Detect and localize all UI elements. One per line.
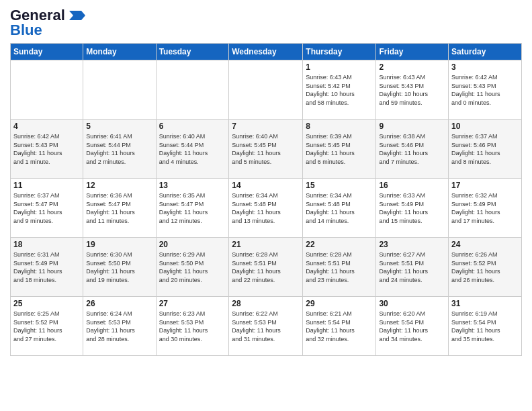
day-number: 11 <box>13 181 80 190</box>
day-number: 28 <box>232 299 300 308</box>
day-number: 26 <box>86 299 152 308</box>
calendar-body: 1Sunrise: 6:43 AM Sunset: 5:42 PM Daylig… <box>11 60 522 356</box>
calendar-cell: 22Sunrise: 6:28 AM Sunset: 5:51 PM Dayli… <box>303 238 376 297</box>
calendar-week-3: 11Sunrise: 6:37 AM Sunset: 5:47 PM Dayli… <box>11 179 522 238</box>
calendar-week-4: 18Sunrise: 6:31 AM Sunset: 5:49 PM Dayli… <box>11 238 522 297</box>
day-number: 4 <box>13 122 80 131</box>
calendar-cell: 28Sunrise: 6:22 AM Sunset: 5:53 PM Dayli… <box>229 297 303 356</box>
col-thursday: Thursday <box>303 44 376 60</box>
day-number: 21 <box>232 240 300 249</box>
calendar-cell: 5Sunrise: 6:41 AM Sunset: 5:44 PM Daylig… <box>83 120 156 179</box>
calendar-cell: 27Sunrise: 6:23 AM Sunset: 5:53 PM Dayli… <box>156 297 229 356</box>
calendar-table: Sunday Monday Tuesday Wednesday Thursday… <box>10 43 522 356</box>
calendar-cell: 15Sunrise: 6:34 AM Sunset: 5:48 PM Dayli… <box>303 179 376 238</box>
col-monday: Monday <box>83 44 156 60</box>
day-info: Sunrise: 6:42 AM Sunset: 5:43 PM Dayligh… <box>451 73 519 107</box>
day-number: 7 <box>232 122 300 131</box>
col-tuesday: Tuesday <box>156 44 229 60</box>
calendar-header-row: Sunday Monday Tuesday Wednesday Thursday… <box>11 44 522 60</box>
day-number: 13 <box>159 181 226 190</box>
calendar-cell <box>156 60 229 120</box>
day-info: Sunrise: 6:43 AM Sunset: 5:43 PM Dayligh… <box>379 73 445 107</box>
day-info: Sunrise: 6:40 AM Sunset: 5:44 PM Dayligh… <box>159 132 226 166</box>
day-number: 8 <box>306 122 373 131</box>
calendar-cell <box>11 60 83 120</box>
calendar-cell: 13Sunrise: 6:35 AM Sunset: 5:47 PM Dayli… <box>156 179 229 238</box>
day-info: Sunrise: 6:36 AM Sunset: 5:47 PM Dayligh… <box>86 191 152 225</box>
col-wednesday: Wednesday <box>229 44 303 60</box>
col-friday: Friday <box>376 44 449 60</box>
logo-blue: Blue <box>10 21 42 39</box>
calendar-cell: 18Sunrise: 6:31 AM Sunset: 5:49 PM Dayli… <box>11 238 83 297</box>
calendar-cell: 30Sunrise: 6:20 AM Sunset: 5:54 PM Dayli… <box>376 297 449 356</box>
day-info: Sunrise: 6:23 AM Sunset: 5:53 PM Dayligh… <box>159 310 226 343</box>
day-number: 30 <box>379 299 445 308</box>
calendar-cell: 16Sunrise: 6:33 AM Sunset: 5:49 PM Dayli… <box>376 179 449 238</box>
day-info: Sunrise: 6:40 AM Sunset: 5:45 PM Dayligh… <box>232 132 300 166</box>
day-info: Sunrise: 6:28 AM Sunset: 5:51 PM Dayligh… <box>232 250 300 284</box>
day-info: Sunrise: 6:19 AM Sunset: 5:54 PM Dayligh… <box>451 310 519 343</box>
col-saturday: Saturday <box>449 44 522 60</box>
day-info: Sunrise: 6:20 AM Sunset: 5:54 PM Dayligh… <box>379 310 445 343</box>
day-info: Sunrise: 6:34 AM Sunset: 5:48 PM Dayligh… <box>306 191 373 225</box>
day-number: 10 <box>451 122 519 131</box>
calendar-cell: 25Sunrise: 6:25 AM Sunset: 5:52 PM Dayli… <box>11 297 83 356</box>
calendar-cell: 2Sunrise: 6:43 AM Sunset: 5:43 PM Daylig… <box>376 60 449 120</box>
calendar-cell <box>83 60 156 120</box>
day-number: 14 <box>232 181 300 190</box>
day-number: 29 <box>306 299 373 308</box>
day-info: Sunrise: 6:37 AM Sunset: 5:47 PM Dayligh… <box>13 191 80 225</box>
col-sunday: Sunday <box>11 44 83 60</box>
calendar-cell: 7Sunrise: 6:40 AM Sunset: 5:45 PM Daylig… <box>229 120 303 179</box>
calendar-cell: 9Sunrise: 6:38 AM Sunset: 5:46 PM Daylig… <box>376 120 449 179</box>
svg-marker-0 <box>69 11 85 20</box>
calendar-cell: 23Sunrise: 6:27 AM Sunset: 5:51 PM Dayli… <box>376 238 449 297</box>
day-info: Sunrise: 6:25 AM Sunset: 5:52 PM Dayligh… <box>13 310 80 343</box>
calendar-cell: 3Sunrise: 6:42 AM Sunset: 5:43 PM Daylig… <box>449 60 522 120</box>
day-number: 31 <box>451 299 519 308</box>
day-info: Sunrise: 6:32 AM Sunset: 5:49 PM Dayligh… <box>451 191 519 225</box>
day-number: 17 <box>451 181 519 190</box>
day-number: 1 <box>306 62 373 72</box>
day-number: 23 <box>379 240 445 249</box>
day-number: 2 <box>379 62 445 72</box>
day-info: Sunrise: 6:34 AM Sunset: 5:48 PM Dayligh… <box>232 191 300 225</box>
day-info: Sunrise: 6:38 AM Sunset: 5:46 PM Dayligh… <box>379 132 445 166</box>
calendar-cell: 6Sunrise: 6:40 AM Sunset: 5:44 PM Daylig… <box>156 120 229 179</box>
day-info: Sunrise: 6:43 AM Sunset: 5:42 PM Dayligh… <box>306 73 373 107</box>
calendar-cell: 11Sunrise: 6:37 AM Sunset: 5:47 PM Dayli… <box>11 179 83 238</box>
day-number: 3 <box>451 62 519 72</box>
day-info: Sunrise: 6:41 AM Sunset: 5:44 PM Dayligh… <box>86 132 152 166</box>
calendar-cell: 8Sunrise: 6:39 AM Sunset: 5:45 PM Daylig… <box>303 120 376 179</box>
calendar-cell <box>229 60 303 120</box>
calendar-cell: 4Sunrise: 6:42 AM Sunset: 5:43 PM Daylig… <box>11 120 83 179</box>
calendar-cell: 14Sunrise: 6:34 AM Sunset: 5:48 PM Dayli… <box>229 179 303 238</box>
day-number: 19 <box>86 240 152 249</box>
day-number: 27 <box>159 299 226 308</box>
calendar-cell: 24Sunrise: 6:26 AM Sunset: 5:52 PM Dayli… <box>449 238 522 297</box>
calendar-cell: 1Sunrise: 6:43 AM Sunset: 5:42 PM Daylig… <box>303 60 376 120</box>
day-info: Sunrise: 6:37 AM Sunset: 5:46 PM Dayligh… <box>451 132 519 166</box>
day-info: Sunrise: 6:22 AM Sunset: 5:53 PM Dayligh… <box>232 310 300 343</box>
calendar-week-5: 25Sunrise: 6:25 AM Sunset: 5:52 PM Dayli… <box>11 297 522 356</box>
logo-arrow-icon <box>66 9 85 21</box>
day-number: 12 <box>86 181 152 190</box>
main-container: General Blue Sunday Monday Tuesday Wedne… <box>0 0 532 359</box>
day-number: 16 <box>379 181 445 190</box>
calendar-cell: 17Sunrise: 6:32 AM Sunset: 5:49 PM Dayli… <box>449 179 522 238</box>
day-info: Sunrise: 6:24 AM Sunset: 5:53 PM Dayligh… <box>86 310 152 343</box>
calendar-cell: 29Sunrise: 6:21 AM Sunset: 5:54 PM Dayli… <box>303 297 376 356</box>
calendar-cell: 21Sunrise: 6:28 AM Sunset: 5:51 PM Dayli… <box>229 238 303 297</box>
calendar-cell: 26Sunrise: 6:24 AM Sunset: 5:53 PM Dayli… <box>83 297 156 356</box>
day-info: Sunrise: 6:28 AM Sunset: 5:51 PM Dayligh… <box>306 250 373 284</box>
day-info: Sunrise: 6:29 AM Sunset: 5:50 PM Dayligh… <box>159 250 226 284</box>
day-number: 22 <box>306 240 373 249</box>
day-info: Sunrise: 6:42 AM Sunset: 5:43 PM Dayligh… <box>13 132 80 166</box>
day-info: Sunrise: 6:35 AM Sunset: 5:47 PM Dayligh… <box>159 191 226 225</box>
day-info: Sunrise: 6:26 AM Sunset: 5:52 PM Dayligh… <box>451 250 519 284</box>
day-info: Sunrise: 6:30 AM Sunset: 5:50 PM Dayligh… <box>86 250 152 284</box>
logo: General Blue <box>10 7 85 39</box>
day-number: 24 <box>451 240 519 249</box>
calendar-week-2: 4Sunrise: 6:42 AM Sunset: 5:43 PM Daylig… <box>11 120 522 179</box>
day-info: Sunrise: 6:39 AM Sunset: 5:45 PM Dayligh… <box>306 132 373 166</box>
